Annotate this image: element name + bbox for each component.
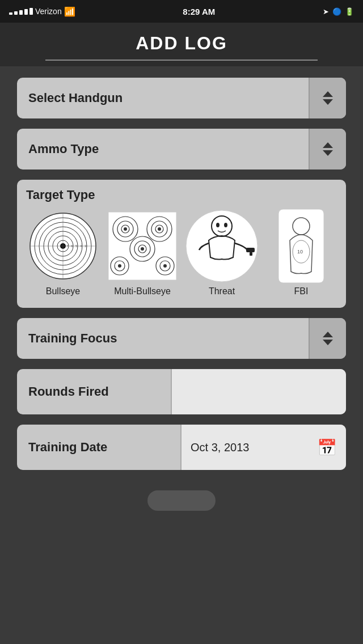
status-left: Verizon 📶 — [9, 6, 75, 17]
svg-point-33 — [163, 264, 167, 268]
threat-label: Threat — [209, 286, 235, 296]
svg-point-27 — [141, 247, 144, 251]
arrow-up-icon — [323, 142, 333, 148]
home-indicator — [0, 481, 363, 516]
rounds-fired-label: Rounds Fired — [17, 369, 172, 414]
ammo-type-arrow — [309, 129, 346, 170]
fbi-label: FBI — [294, 286, 309, 296]
signal-dots — [9, 8, 33, 15]
page-title-container: ADD LOG — [0, 23, 363, 66]
title-underline — [45, 60, 318, 61]
svg-point-23 — [158, 227, 161, 231]
bullseye-label: Bullseye — [46, 286, 80, 296]
target-option-bullseye[interactable]: 7 6 5 4 3 Bullseye — [26, 209, 100, 296]
training-date-label: Training Date — [17, 425, 182, 470]
target-option-fbi[interactable]: 10 FBI — [264, 209, 337, 296]
arrow-up-icon — [323, 91, 333, 97]
carrier-label: Verizon — [35, 7, 62, 16]
bluetooth-icon: 🔵 — [332, 7, 341, 16]
calendar-icon[interactable]: 📅 — [317, 438, 337, 457]
page-title: ADD LOG — [0, 33, 363, 54]
target-option-threat[interactable]: Threat — [185, 209, 259, 296]
multi-bullseye-image — [105, 209, 179, 283]
training-focus-label: Training Focus — [17, 318, 309, 359]
multi-bullseye-label: Multi-Bullseye — [114, 286, 171, 296]
fbi-svg: 10 — [278, 209, 324, 283]
select-handgun-dropdown[interactable]: Select Handgun — [17, 78, 346, 118]
ammo-type-label: Ammo Type — [17, 129, 309, 170]
svg-point-30 — [118, 264, 121, 268]
target-type-section: Target Type — [17, 180, 346, 308]
arrow-down-icon — [323, 150, 333, 156]
training-date-value: Oct 3, 2013 — [191, 441, 249, 454]
svg-point-38 — [216, 223, 220, 227]
main-content: Select Handgun Ammo Type Target Type — [0, 66, 363, 481]
svg-rect-37 — [250, 252, 252, 256]
bullseye-svg: 7 6 5 4 3 — [29, 212, 97, 280]
threat-svg — [185, 209, 259, 283]
svg-point-39 — [224, 223, 227, 227]
training-focus-arrow — [309, 318, 346, 359]
target-option-multi-bullseye[interactable]: Multi-Bullseye — [105, 209, 179, 296]
training-date-value-container[interactable]: Oct 3, 2013 📅 — [182, 425, 346, 470]
arrow-down-icon — [323, 99, 333, 105]
svg-rect-15 — [108, 212, 176, 280]
rounds-fired-input[interactable] — [172, 369, 346, 414]
multi-bullseye-svg — [108, 212, 176, 280]
bullseye-image: 7 6 5 4 3 — [26, 209, 100, 283]
battery-icon: 🔋 — [345, 7, 354, 16]
svg-point-34 — [186, 210, 258, 282]
status-bar: Verizon 📶 8:29 AM ➤ 🔵 🔋 — [0, 0, 363, 23]
rounds-fired-row: Rounds Fired — [17, 369, 346, 414]
wifi-icon: 📶 — [64, 6, 75, 17]
threat-image — [185, 209, 259, 283]
status-right: ➤ 🔵 🔋 — [323, 7, 354, 16]
home-bar — [147, 490, 216, 511]
svg-rect-36 — [246, 248, 255, 252]
arrow-up-icon — [323, 332, 333, 337]
svg-text:10: 10 — [297, 249, 303, 255]
target-type-label: Target Type — [26, 188, 337, 202]
svg-rect-40 — [278, 209, 324, 283]
select-handgun-label: Select Handgun — [17, 78, 309, 118]
select-handgun-arrow — [309, 78, 346, 118]
location-icon: ➤ — [323, 7, 329, 16]
arrow-down-icon — [323, 340, 333, 345]
training-focus-dropdown[interactable]: Training Focus — [17, 318, 346, 359]
target-options-list: 7 6 5 4 3 Bullseye — [26, 209, 337, 299]
fbi-image: 10 — [264, 209, 337, 283]
ammo-type-dropdown[interactable]: Ammo Type — [17, 129, 346, 170]
training-date-row: Training Date Oct 3, 2013 📅 — [17, 425, 346, 470]
svg-point-19 — [124, 227, 127, 231]
status-time: 8:29 AM — [183, 7, 215, 16]
